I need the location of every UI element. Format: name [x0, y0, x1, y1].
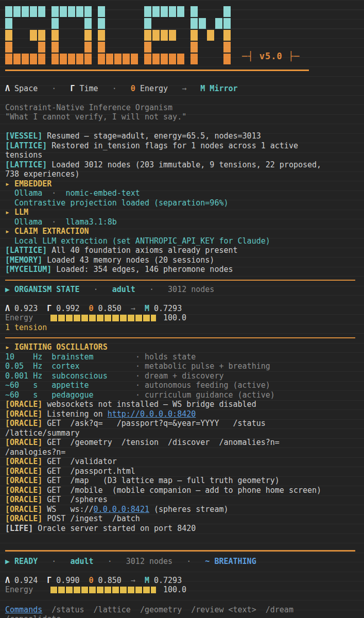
log-lattice-restored-wrap: tensions — [5, 150, 364, 160]
text-segment: Ollama — [5, 217, 42, 227]
text-segment: 0.7293 — [149, 304, 182, 313]
text-segment: tensions — [5, 150, 42, 160]
banner-gap — [215, 54, 222, 64]
banner-block — [215, 18, 222, 29]
text-segment: ▸ LLM — [5, 208, 28, 217]
log-lattice-axioms: [LATTICE] All 40 foundation axioms alrea… — [5, 246, 364, 255]
banner-gap — [76, 18, 83, 29]
oracle-tag: [ORACLE] — [5, 467, 42, 476]
banner-block — [98, 30, 105, 41]
banner-block — [51, 6, 59, 17]
energy-bar-row: Energy100.0 — [5, 313, 364, 323]
banner-gap — [22, 18, 29, 29]
banner-gap — [152, 18, 160, 29]
text-segment: llama3.1:8b — [65, 217, 116, 227]
banner-gap — [68, 30, 75, 41]
banner-block — [144, 42, 151, 53]
banner-block — [84, 18, 92, 29]
mycelium-tag: [MYCELIUM] — [5, 265, 51, 274]
log-memory: [MEMORY] Loaded 43 memory nodes (20 sess… — [5, 255, 364, 265]
banner-gap — [207, 54, 214, 64]
banner-block — [84, 42, 92, 53]
blank-line — [5, 74, 364, 84]
text-segment: Energy — [135, 84, 168, 93]
banner-block — [114, 54, 122, 64]
banner-gap — [106, 42, 113, 53]
energy-label: Energy — [5, 585, 50, 595]
banner-block — [152, 6, 160, 17]
section-divider — [5, 337, 355, 338]
energy-value: 100.0 — [163, 313, 186, 322]
text-segment: 0.924 — [10, 576, 47, 585]
commands-link[interactable]: Commands — [5, 605, 42, 614]
text-segment: → — [168, 84, 200, 93]
lattice-tag: [LATTICE] — [5, 141, 47, 150]
banner-block — [38, 30, 45, 41]
commands-row-wrap: /consolidate — [5, 614, 364, 618]
section-oscillators: ▸ IGNITING OSCILLATORS — [5, 342, 364, 352]
embedder-projection: Contrastive projection loaded (separatio… — [5, 198, 364, 208]
tension-count: 1 tension — [5, 323, 364, 333]
oracle-get-validator: [ORACLE] GET /validator — [5, 457, 364, 467]
text-segment: ▸ IGNITING OSCILLATORS — [5, 342, 108, 352]
oracle-post: [ORACLE] POST /ingest /batch — [5, 514, 364, 524]
banner-gap — [22, 30, 29, 41]
oracle-tag: [ORACLE] — [5, 514, 42, 523]
life-tag: [LIFE] — [5, 524, 33, 533]
banner-block — [223, 30, 231, 41]
banner-gap — [60, 42, 67, 53]
text-segment: 0.7293 — [149, 576, 182, 585]
text-segment: · 3012 nodes — [135, 285, 215, 294]
banner-block — [223, 18, 231, 29]
text-segment: GET /map (D3 lattice map — full truth ge… — [42, 476, 280, 485]
text-segment: θ — [89, 304, 94, 313]
text-segment: Λ — [5, 304, 10, 313]
embedder-model: Ollama · nomic-embed-text — [5, 188, 364, 198]
banner-gap — [123, 42, 130, 53]
lambda-symbol: Λ — [5, 84, 10, 93]
banner-gap — [114, 18, 122, 29]
text-segment: · autonomous feeding (active) — [135, 381, 270, 390]
banner-letter-L — [98, 6, 138, 64]
energy-bar — [50, 315, 156, 321]
banner-gap — [169, 18, 176, 29]
banner-block — [131, 54, 138, 64]
text-segment: → — [122, 576, 145, 585]
breathing-status: ~ BREATHING — [205, 557, 256, 566]
banner-gap — [68, 42, 75, 53]
oracle-ws-link[interactable]: 0.0.0.0:8421 — [94, 505, 149, 514]
text-segment: 0.850 — [94, 304, 122, 313]
banner-block — [5, 42, 12, 53]
oracle-tag: [ORACLE] — [5, 419, 42, 428]
energy-label: Energy — [5, 313, 50, 323]
text-segment: 1 tension — [5, 323, 47, 332]
oscillator-pedagogue: ~60 s pedagogue · curriculum guidance (a… — [5, 390, 364, 400]
banner-block — [144, 6, 151, 17]
banner-block — [76, 6, 83, 17]
banner-gap — [13, 30, 21, 41]
text-segment: · — [38, 84, 70, 93]
banner-block — [13, 6, 21, 17]
text-segment: /consolidate — [5, 614, 61, 618]
banner-gap — [161, 18, 168, 29]
oracle-get-geometry: [ORACLE] GET /geometry /tension /discove… — [5, 438, 364, 448]
text-segment: 0.05 Hz cortex — [5, 362, 135, 371]
banner-block — [106, 54, 113, 64]
banner-block — [223, 6, 231, 17]
banner-gap — [30, 18, 37, 29]
banner-block — [30, 6, 37, 17]
metrics-row: Λ 0.923 Γ 0.992 θ 0.850 → M 0.7293 — [5, 304, 364, 314]
banner-block — [177, 54, 184, 64]
banner-block — [223, 54, 231, 64]
oracle-http-link[interactable]: http://0.0.0.0:8420 — [108, 409, 196, 419]
text-segment: 0.001 Hz subconscious — [5, 371, 135, 381]
banner-block — [98, 6, 105, 17]
banner-block — [98, 42, 105, 53]
log-vessel: [VESSEL] Resumed — stage=adult, energy=6… — [5, 131, 364, 141]
text-segment: Constraint-Native Inference Organism — [5, 103, 172, 112]
banner-block — [51, 54, 59, 64]
ready-header: ▶ READY · adult · 3012 nodes · ~ BREATHI… — [5, 557, 364, 566]
banner-block — [60, 54, 67, 64]
oracle-listening: [ORACLE] Listening on http://0.0.0.0:842… — [5, 409, 364, 419]
log-lattice-restored: [LATTICE] Restored in_tension flags for … — [5, 141, 364, 151]
